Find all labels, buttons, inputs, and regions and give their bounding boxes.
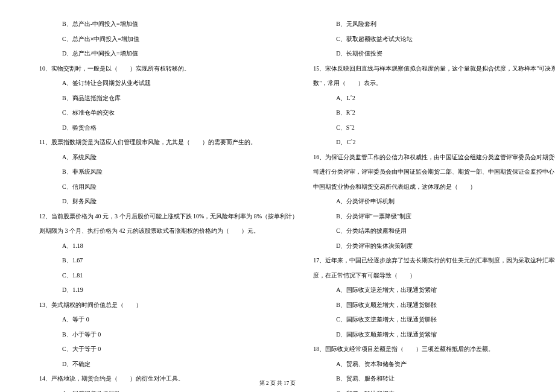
q16-option-b: B、分类评审"一票降级"制度 — [313, 209, 555, 224]
q15-option-b: B、Rˆ2 — [313, 106, 555, 121]
q16-text: 16、为保证分类监管工作的公信力和权威性，由中国证监会组建分类监管评审委员会对期… — [313, 150, 555, 165]
q13-option-a: A、等于 0 — [39, 312, 298, 327]
q17-option-b: B、国际收支顺差增大，出现通货膨胀 — [313, 298, 555, 313]
q14-option-b: B、无风险套利 — [313, 17, 555, 32]
q13-text: 13、美式期权的时间价值总是（ ） — [39, 298, 298, 313]
q10-option-b: B、商品送抵指定仓库 — [39, 91, 298, 106]
q12-text: 12、当前股票价格为 40 元，3 个月后股价可能上涨或下跌 10%，无风险年利… — [39, 209, 298, 224]
q10-option-c: C、标准仓单的交收 — [39, 106, 298, 121]
q15-option-d: D、Cˆ2 — [313, 135, 555, 150]
q11-text: 11、股票指数期货是为适应人们管理股市风险，尤其是（ ）的需要而产生的。 — [39, 135, 298, 150]
q11-option-d: D、财务风险 — [39, 194, 298, 209]
q9-option-c: C、总产出×中间投入=增加值 — [39, 32, 298, 47]
q12-option-b: B、1.67 — [39, 253, 298, 268]
page-footer: 第 2 页 共 17 页 — [0, 379, 555, 387]
q15-option-a: A、Lˆ2 — [313, 91, 555, 106]
q18-option-a: A、贸易、资本和储备资产 — [313, 357, 555, 372]
q12-continuation: 则期限为 3 个月、执行价格为 42 元的该股票欧式看涨期权的价格约为（ ）元。 — [39, 224, 298, 239]
q16-continuation-2: 中国期货业协会和期货交易所代表组成，这体现的是（ ） — [313, 180, 555, 195]
page-container: B、总产出-中间投入=增加值 C、总产出×中间投入=增加值 D、总产出/中间投入… — [0, 17, 555, 392]
q17-option-d: D、国际收支顺差增大，出现通货紧缩 — [313, 327, 555, 343]
left-column: B、总产出-中间投入=增加值 C、总产出×中间投入=增加值 D、总产出/中间投入… — [0, 17, 298, 392]
q17-continuation: 度，在正常情况下有可能导致（ ） — [313, 268, 555, 283]
q12-option-a: A、1.18 — [39, 239, 298, 254]
q13-option-c: C、大于等于 0 — [39, 342, 298, 357]
q18-text: 18、国际收支经常项目差额是指（ ）三项差额相抵后的净差额。 — [313, 342, 555, 357]
right-column: B、无风险套利 C、获取超额收益考试大论坛 D、长期价值投资 15、宋体反映回归… — [313, 17, 555, 392]
q11-option-a: A、系统风险 — [39, 150, 298, 165]
q9-option-d: D、总产出/中间投入=增加值 — [39, 46, 298, 62]
q12-option-c: C、1.81 — [39, 268, 298, 283]
q14-option-d: D、长期价值投资 — [313, 46, 555, 62]
q17-text: 17、近年来，中国已经逐步放弃了过去长期实行的钉住美元的汇率制度，因为采取这种汇… — [313, 253, 555, 268]
q14-option-c: C、获取超额收益考试大论坛 — [313, 32, 555, 47]
q13-option-d: D、不确定 — [39, 357, 298, 372]
q9-option-b: B、总产出-中间投入=增加值 — [39, 17, 298, 32]
q16-option-a: A、分类评价申诉机制 — [313, 194, 555, 209]
q17-option-a: A、国际收支逆差增大，出现通货紧缩 — [313, 283, 555, 298]
q13-option-b: B、小于等于 0 — [39, 327, 298, 343]
q11-option-c: C、信用风险 — [39, 180, 298, 195]
q11-option-b: B、非系统风险 — [39, 165, 298, 180]
q16-option-c: C、分类结果的披露和使用 — [313, 224, 555, 239]
q17-option-c: C、国际收支逆差增大，出现通货膨胀 — [313, 312, 555, 327]
q16-continuation-1: 司进行分类评审，评审委员会由中国证监会期货二部、期货一部、中国期货保证金监控中心… — [313, 165, 555, 180]
q16-option-d: D、分类评审的集体决策制度 — [313, 239, 555, 254]
q10-option-a: A、签订转让合同期货从业考试题 — [39, 76, 298, 91]
q15-text: 15、宋体反映回归直线与样本观察值拟合程度的量，这个量就是拟合优度，又称样本"可… — [313, 62, 555, 77]
q15-option-c: C、Sˆ2 — [313, 121, 555, 136]
q12-option-d: D、1.19 — [39, 283, 298, 298]
q15-continuation: 数"，常用（ ）表示。 — [313, 76, 555, 91]
q10-option-d: D、验货合格 — [39, 121, 298, 136]
q10-text: 10、实物交割时，一般是以（ ）实现所有权转移的。 — [39, 62, 298, 77]
